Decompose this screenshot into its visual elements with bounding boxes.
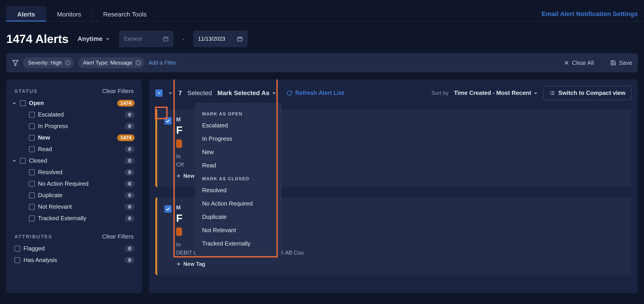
dd-tracked-externally[interactable]: Tracked Externally (196, 237, 281, 250)
sort-by-label: Sort by (431, 90, 448, 96)
dd-not-relevant[interactable]: Not Relevant (196, 224, 281, 237)
status-resolved[interactable]: Resolved 0 (11, 166, 137, 178)
chevron-down-icon (533, 91, 538, 95)
dd-new[interactable]: New (196, 146, 281, 159)
alert-list-panel: 7 Selected Mark Selected As Refresh Aler… (149, 80, 638, 293)
checkbox-tracked-externally[interactable] (29, 216, 35, 221)
tab-research-tools[interactable]: Research Tools (92, 6, 158, 22)
filter-pill-alert-type: Alert Type: Message (78, 57, 144, 68)
sort-value: Time Created - Most Recent (454, 90, 531, 96)
filter-bar: Severity: High Alert Type: Message Add a… (6, 53, 638, 72)
attr-has-analysis-label: Has Analysis (24, 256, 122, 264)
checkbox-read[interactable] (29, 146, 35, 152)
save-label: Save (619, 60, 632, 66)
select-all-checkbox[interactable] (155, 90, 162, 97)
mark-as-dropdown: MARK AS OPEN Escalated In Progress New R… (196, 103, 281, 256)
switch-compact-view[interactable]: Switch to Compact view (543, 86, 631, 100)
svg-rect-0 (164, 37, 168, 41)
alert-checkbox[interactable] (164, 117, 172, 124)
status-not-relevant-label: Not Relevant (38, 203, 122, 210)
email-alert-settings-link[interactable]: Email Alert Notification Settings (542, 10, 638, 18)
dd-read[interactable]: Read (196, 159, 281, 172)
calendar-icon (163, 36, 169, 42)
checkbox-no-action[interactable] (29, 181, 35, 187)
check-icon (166, 118, 170, 123)
dd-duplicate[interactable]: Duplicate (196, 210, 281, 224)
status-in-progress-count: 0 (125, 123, 134, 130)
status-escalated[interactable]: Escalated 0 (11, 109, 137, 120)
status-new[interactable]: New 1474 (11, 132, 137, 144)
sort-dropdown[interactable]: Time Created - Most Recent (454, 90, 538, 96)
checkbox-duplicate[interactable] (29, 192, 35, 198)
refresh-alert-list[interactable]: Refresh Alert List (286, 90, 344, 96)
list-icon (549, 90, 555, 96)
dd-resolved[interactable]: Resolved (196, 184, 281, 197)
status-tracked-externally[interactable]: Tracked Externally 0 (11, 212, 137, 224)
chevron-down-icon[interactable] (12, 101, 17, 106)
page-title: 1474 Alerts (6, 32, 69, 46)
close-icon (564, 60, 569, 66)
refresh-label: Refresh Alert List (295, 90, 344, 96)
tab-monitors[interactable]: Monitors (46, 6, 92, 22)
checkbox-open[interactable] (20, 100, 26, 106)
status-duplicate-label: Duplicate (38, 192, 122, 199)
clear-status-filters[interactable]: Clear Filters (102, 88, 134, 95)
dd-no-action[interactable]: No Action Required (196, 197, 281, 210)
severity-badge (176, 139, 182, 148)
status-resolved-count: 0 (125, 169, 134, 176)
status-open-count: 1474 (117, 100, 134, 106)
dd-open-header: MARK AS OPEN (196, 107, 281, 119)
add-filter-link[interactable]: Add a Filter (148, 60, 176, 66)
checkbox-new[interactable] (29, 135, 35, 141)
status-not-relevant[interactable]: Not Relevant 0 (11, 201, 137, 212)
anytime-label: Anytime (78, 35, 102, 42)
mark-selected-as-button[interactable]: Mark Selected As (218, 90, 277, 97)
status-in-progress-label: In Progress (38, 123, 122, 130)
status-closed-count: 0 (125, 158, 134, 164)
chevron-down-icon (272, 90, 276, 96)
attributes-section-title: ATTRIBUTES (14, 234, 52, 240)
dd-in-progress[interactable]: In Progress (196, 132, 281, 146)
chevron-down-icon[interactable] (12, 158, 17, 163)
divider (602, 58, 602, 67)
status-in-progress[interactable]: In Progress 0 (11, 120, 137, 132)
save-filters[interactable]: Save (610, 60, 632, 66)
checkbox-not-relevant[interactable] (29, 204, 35, 210)
checkbox-resolved[interactable] (29, 170, 35, 175)
new-tag-button[interactable]: New Tag (176, 261, 624, 267)
compact-view-label: Switch to Compact view (558, 90, 626, 96)
clear-attribute-filters[interactable]: Clear Filters (102, 233, 134, 240)
svg-marker-8 (13, 60, 18, 66)
attr-flagged[interactable]: Flagged 0 (11, 243, 137, 254)
new-tag-label: New Tag (183, 261, 205, 267)
alert-checkbox[interactable] (164, 205, 172, 212)
status-no-action[interactable]: No Action Required 0 (11, 178, 137, 190)
checkbox-in-progress[interactable] (29, 123, 35, 129)
status-duplicate[interactable]: Duplicate 0 (11, 190, 137, 201)
refresh-icon (286, 90, 292, 96)
select-all-dropdown[interactable] (168, 90, 173, 96)
checkbox-escalated[interactable] (29, 112, 35, 118)
date-range-separator: - (182, 36, 184, 42)
checkbox-has-analysis[interactable] (14, 257, 20, 263)
plus-icon (176, 174, 181, 178)
checkbox-flagged[interactable] (14, 246, 20, 252)
remove-alert-type-filter[interactable] (136, 60, 141, 66)
attr-has-analysis[interactable]: Has Analysis 0 (11, 254, 137, 266)
tab-alerts[interactable]: Alerts (6, 6, 46, 22)
mark-selected-as-label: Mark Selected As (218, 90, 270, 97)
status-closed[interactable]: Closed 0 (11, 155, 137, 166)
anytime-dropdown[interactable]: Anytime (78, 35, 110, 42)
checkbox-closed[interactable] (20, 158, 26, 164)
close-icon (137, 61, 140, 64)
status-open[interactable]: Open 1474 (11, 97, 137, 109)
status-read[interactable]: Read 0 (11, 144, 137, 155)
attr-flagged-label: Flagged (24, 245, 122, 252)
clear-all-filters[interactable]: Clear All (564, 60, 594, 66)
status-escalated-label: Escalated (38, 111, 122, 118)
dd-escalated[interactable]: Escalated (196, 119, 281, 132)
remove-severity-filter[interactable] (65, 60, 71, 66)
end-date-input[interactable]: 11/13/2023 (193, 31, 248, 47)
earliest-date-input[interactable]: Earliest (119, 31, 174, 47)
filter-icon (12, 59, 19, 66)
